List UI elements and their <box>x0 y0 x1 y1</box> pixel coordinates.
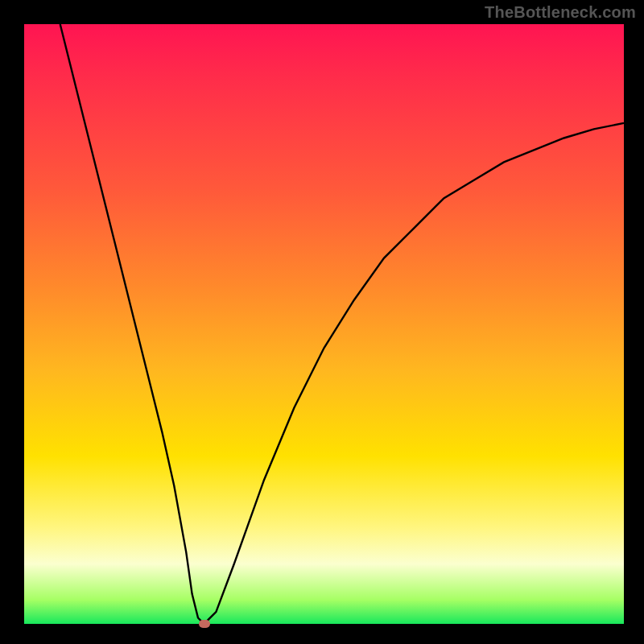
curve-svg <box>24 24 624 624</box>
minimum-marker <box>199 620 210 628</box>
watermark-text: TheBottleneck.com <box>485 3 636 22</box>
curve-path <box>60 24 624 624</box>
plot-area <box>24 24 624 624</box>
chart-stage: TheBottleneck.com <box>0 0 644 644</box>
